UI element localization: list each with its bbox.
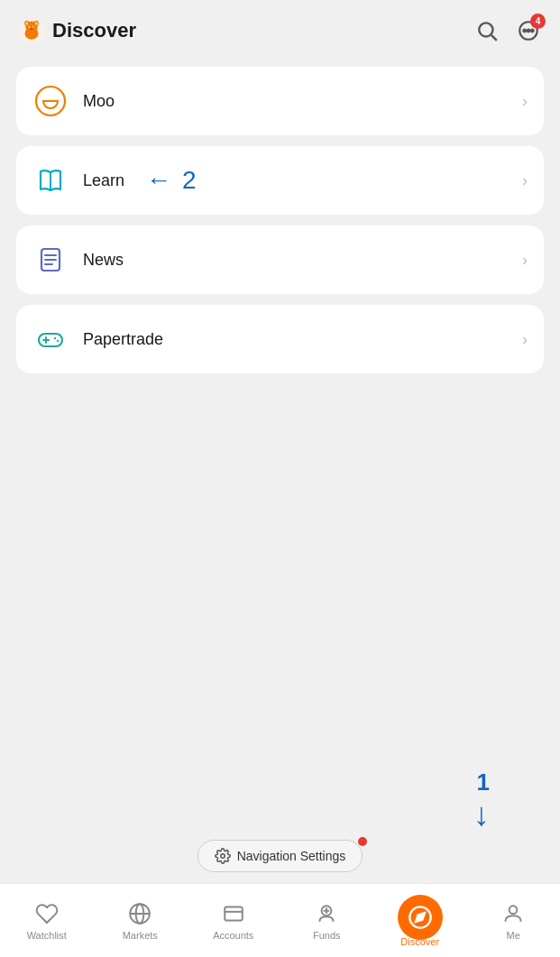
svg-point-28 bbox=[54, 337, 56, 339]
page-title: Discover bbox=[52, 19, 136, 42]
svg-point-41 bbox=[510, 906, 518, 914]
learn-icon bbox=[32, 162, 69, 198]
accounts-label: Accounts bbox=[213, 930, 253, 941]
annotation-number: 1 bbox=[477, 768, 490, 796]
nav-discover[interactable]: Discover bbox=[373, 895, 467, 947]
nav-me[interactable]: Me bbox=[467, 901, 561, 941]
papertrade-icon bbox=[32, 321, 69, 357]
chat-badge: 4 bbox=[530, 14, 546, 29]
main-content: Moo › Learn ← 2 › bbox=[0, 58, 560, 883]
nav-watchlist[interactable]: Watchlist bbox=[0, 901, 94, 941]
moo-icon bbox=[32, 83, 69, 119]
svg-marker-40 bbox=[416, 913, 425, 922]
moo-label: Moo bbox=[83, 92, 115, 111]
compass-icon bbox=[408, 905, 433, 930]
settings-icon bbox=[215, 848, 231, 864]
annotation-area: 1 ↓ bbox=[16, 768, 544, 840]
funds-icon bbox=[315, 902, 338, 925]
learn-chevron: › bbox=[522, 171, 528, 190]
learn-arrow-annotation: ← bbox=[146, 168, 171, 193]
news-menu-item[interactable]: News › bbox=[16, 225, 544, 294]
watchlist-label: Watchlist bbox=[27, 930, 67, 941]
svg-point-12 bbox=[479, 23, 492, 36]
nav-settings-label: Navigation Settings bbox=[237, 849, 346, 863]
learn-label: Learn bbox=[83, 171, 124, 190]
nav-settings-button[interactable]: Navigation Settings bbox=[197, 840, 363, 872]
nav-markets[interactable]: Markets bbox=[94, 901, 188, 941]
funds-label: Funds bbox=[313, 930, 341, 941]
svg-point-6 bbox=[35, 22, 38, 25]
svg-line-13 bbox=[491, 35, 497, 41]
svg-rect-25 bbox=[39, 334, 62, 346]
svg-point-16 bbox=[528, 30, 530, 32]
nav-accounts[interactable]: Accounts bbox=[187, 901, 280, 941]
me-label: Me bbox=[507, 930, 520, 941]
learn-menu-item[interactable]: Learn ← 2 › bbox=[16, 146, 544, 215]
svg-point-9 bbox=[30, 26, 31, 27]
news-chevron: › bbox=[522, 251, 528, 270]
nav-funds[interactable]: Funds bbox=[280, 901, 374, 941]
bottom-navigation: Watchlist Markets Accounts bbox=[0, 883, 560, 957]
app-header: Discover 4 bbox=[0, 0, 560, 58]
news-label: News bbox=[83, 251, 124, 270]
papertrade-chevron: › bbox=[522, 330, 528, 349]
discover-active-icon bbox=[398, 895, 443, 940]
header-actions: 4 bbox=[473, 17, 542, 44]
markets-label: Markets bbox=[123, 930, 158, 941]
profile-icon bbox=[501, 902, 525, 925]
heart-icon bbox=[35, 902, 59, 925]
discover-label: Discover bbox=[400, 936, 439, 947]
svg-rect-34 bbox=[225, 906, 243, 920]
papertrade-menu-item[interactable]: Papertrade › bbox=[16, 305, 544, 373]
moo-chevron: › bbox=[522, 92, 528, 111]
search-button[interactable] bbox=[473, 17, 500, 44]
svg-point-30 bbox=[220, 854, 225, 859]
moo-menu-item[interactable]: Moo › bbox=[16, 67, 544, 135]
markets-icon bbox=[128, 902, 151, 925]
accounts-icon bbox=[222, 902, 245, 925]
svg-point-10 bbox=[33, 26, 34, 27]
logo-icon bbox=[18, 17, 45, 44]
svg-point-11 bbox=[31, 28, 33, 30]
chat-button[interactable]: 4 bbox=[515, 17, 542, 44]
svg-point-29 bbox=[57, 340, 59, 342]
svg-point-17 bbox=[531, 30, 534, 32]
header-left: Discover bbox=[18, 17, 136, 44]
news-icon bbox=[32, 242, 69, 278]
papertrade-label: Papertrade bbox=[83, 330, 163, 349]
svg-point-15 bbox=[523, 30, 526, 32]
annotation-down-arrow: ↓ bbox=[473, 798, 490, 831]
learn-number-annotation: 2 bbox=[182, 166, 197, 195]
svg-point-5 bbox=[25, 22, 28, 25]
